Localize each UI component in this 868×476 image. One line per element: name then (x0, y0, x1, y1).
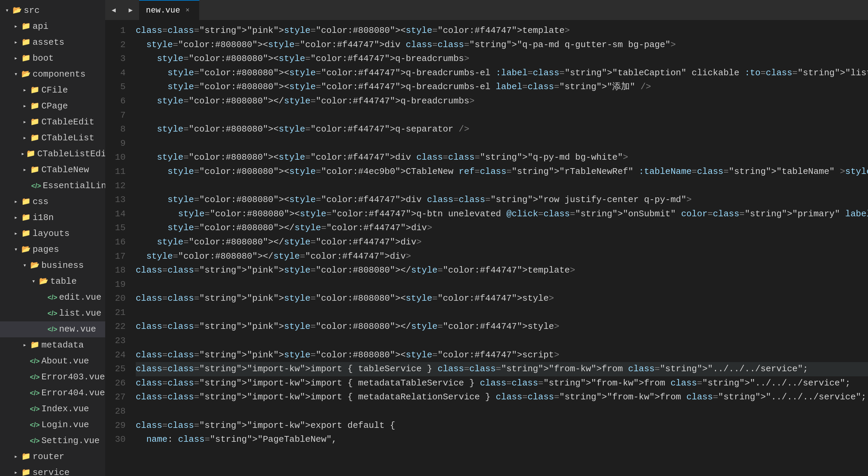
tree-item-table[interactable]: 📂table (0, 274, 105, 290)
editor-area: ◀ ▶ new.vue × 12345678910111213141516171… (105, 0, 868, 476)
tree-label: service (33, 466, 70, 476)
tree-label: css (33, 195, 49, 209)
tree-item-i18n[interactable]: 📁i18n (0, 210, 105, 226)
tree-label: layouts (33, 227, 70, 240)
tree-item-CTableEdit[interactable]: 📁CTableEdit (0, 114, 105, 130)
tree-label: business (41, 259, 84, 272)
folder-icon: 📁 (21, 53, 31, 64)
chevron-icon (21, 165, 29, 175)
tree-label: CTableList (41, 132, 94, 145)
tree-item-router[interactable]: 📁router (0, 449, 105, 465)
file-icon: </> (30, 356, 39, 367)
file-icon: </> (30, 404, 39, 415)
tree-label: boot (33, 52, 54, 65)
chevron-icon (12, 452, 20, 461)
tree-label: pages (33, 243, 59, 256)
tree-label: i18n (33, 211, 54, 224)
code-editor: 1234567891011121314151617181920212223242… (105, 20, 868, 476)
tree-item-layouts[interactable]: 📁layouts (0, 226, 105, 242)
folder-icon: 📁 (21, 212, 31, 223)
file-icon: </> (48, 292, 57, 303)
tree-item-CFile[interactable]: 📁CFile (0, 82, 105, 98)
tree-item-About.vue[interactable]: </>About.vue (0, 353, 105, 369)
tree-label: api (33, 20, 49, 33)
tree-item-CPage[interactable]: 📁CPage (0, 98, 105, 114)
tree-label: components (33, 68, 86, 81)
chevron-icon (21, 102, 29, 111)
tree-item-list.vue[interactable]: </>list.vue (0, 305, 105, 321)
folder-icon: 📁 (30, 117, 39, 128)
tree-item-Error404.vue[interactable]: </>Error404.vue (0, 385, 105, 401)
folder-icon: 📂 (21, 69, 31, 80)
tree-label: new.vue (59, 323, 96, 336)
tree-label: edit.vue (59, 291, 101, 304)
chevron-icon (21, 118, 29, 127)
file-icon: </> (48, 324, 57, 335)
tree-item-Login.vue[interactable]: </>Login.vue (0, 417, 105, 433)
tree-label: list.vue (59, 307, 101, 320)
file-icon: </> (30, 372, 39, 383)
chevron-icon (12, 22, 20, 31)
tree-item-boot[interactable]: 📁boot (0, 51, 105, 66)
chevron-icon (3, 6, 11, 15)
tree-item-assets[interactable]: 📁assets (0, 35, 105, 51)
folder-icon: 📁 (30, 340, 39, 351)
tab-close-button[interactable]: × (184, 6, 191, 15)
tab-bar: ◀ ▶ new.vue × (105, 0, 868, 20)
chevron-icon (21, 150, 25, 159)
tree-item-css[interactable]: 📁css (0, 194, 105, 210)
file-tree: 📂src📁api📁assets📁boot📂components📁CFile📁CP… (0, 0, 105, 476)
folder-icon: 📁 (30, 85, 39, 96)
tree-item-metadata[interactable]: 📁metadata (0, 337, 105, 353)
tree-label: CPage (41, 100, 68, 113)
nav-back-button[interactable]: ◀ (105, 0, 122, 20)
tree-label: Setting.vue (41, 434, 100, 448)
tree-label: CTableNew (41, 163, 89, 177)
folder-icon: 📁 (21, 467, 31, 476)
file-icon: </> (30, 420, 39, 431)
tree-item-service[interactable]: 📁service (0, 465, 105, 476)
file-icon: </> (31, 181, 41, 192)
chevron-icon (12, 213, 20, 222)
chevron-icon (12, 468, 20, 476)
folder-icon: 📂 (21, 244, 31, 255)
folder-icon: 📁 (30, 164, 39, 176)
tree-item-src[interactable]: 📂src (0, 3, 105, 19)
chevron-icon (21, 86, 29, 95)
folder-icon: 📁 (30, 133, 39, 144)
chevron-icon (12, 229, 20, 238)
folder-icon: 📁 (30, 101, 39, 112)
tree-item-business[interactable]: 📂business (0, 258, 105, 274)
tree-item-Index.vue[interactable]: </>Index.vue (0, 401, 105, 417)
folder-icon: 📁 (21, 21, 31, 32)
tab-new-vue[interactable]: new.vue × (139, 0, 200, 20)
folder-icon: 📁 (21, 196, 31, 207)
tree-item-Error403.vue[interactable]: </>Error403.vue (0, 369, 105, 385)
file-icon: </> (30, 388, 39, 399)
chevron-icon (21, 261, 29, 270)
tree-label: metadata (41, 339, 84, 352)
folder-icon: 📂 (30, 260, 39, 271)
tree-item-pages[interactable]: 📂pages (0, 242, 105, 258)
tree-item-new.vue[interactable]: </>new.vue (0, 321, 105, 337)
folder-icon: 📁 (26, 148, 35, 160)
chevron-icon (12, 70, 20, 79)
tree-label: About.vue (41, 355, 89, 368)
tree-item-api[interactable]: 📁api (0, 19, 105, 35)
line-numbers: 1234567891011121314151617181920212223242… (105, 24, 132, 476)
tree-label: CFile (41, 84, 68, 97)
tree-item-Setting.vue[interactable]: </>Setting.vue (0, 433, 105, 449)
tree-item-CTableNew[interactable]: 📁CTableNew (0, 162, 105, 178)
nav-forward-button[interactable]: ▶ (122, 0, 139, 20)
tree-item-edit.vue[interactable]: </>edit.vue (0, 290, 105, 305)
tree-item-EssentialLink.vue[interactable]: </>EssentialLink.vue (0, 178, 105, 194)
chevron-icon (12, 38, 20, 47)
tree-label: Error403.vue (41, 371, 105, 384)
folder-icon: 📁 (21, 228, 31, 239)
tree-label: EssentialLink.vue (43, 179, 105, 193)
folder-icon: 📁 (21, 37, 31, 48)
tree-item-CTableList[interactable]: 📁CTableList (0, 130, 105, 146)
tree-item-components[interactable]: 📂components (0, 66, 105, 82)
tree-item-CTableListEdit[interactable]: 📁CTableListEdit (0, 146, 105, 162)
chevron-icon (12, 245, 20, 254)
